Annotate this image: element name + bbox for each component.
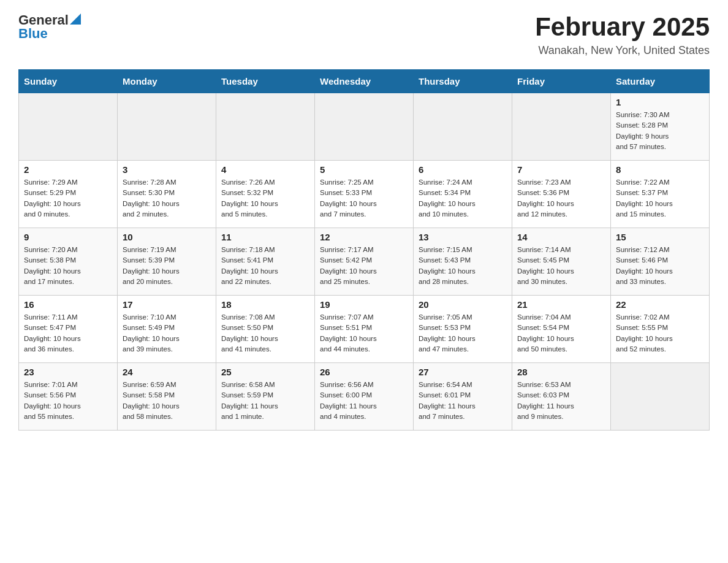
calendar-week-row: 2Sunrise: 7:29 AMSunset: 5:29 PMDaylight… (19, 161, 710, 228)
day-info: Sunrise: 7:10 AMSunset: 5:49 PMDaylight:… (123, 312, 211, 354)
day-info: Sunrise: 7:29 AMSunset: 5:29 PMDaylight:… (24, 177, 112, 220)
page-header: General Blue February 2025 Wanakah, New … (18, 12, 710, 57)
calendar-cell: 26Sunrise: 6:56 AMSunset: 6:00 PMDayligh… (315, 363, 414, 431)
day-number: 7 (517, 164, 605, 175)
title-block: February 2025 Wanakah, New York, United … (535, 12, 710, 57)
header-thursday: Thursday (414, 70, 512, 93)
header-friday: Friday (512, 70, 611, 93)
header-sunday: Sunday (19, 70, 118, 93)
day-info: Sunrise: 7:05 AMSunset: 5:53 PMDaylight:… (419, 312, 507, 354)
calendar-week-row: 23Sunrise: 7:01 AMSunset: 5:56 PMDayligh… (19, 363, 710, 431)
day-info: Sunrise: 7:14 AMSunset: 5:45 PMDaylight:… (517, 245, 605, 287)
calendar-cell: 27Sunrise: 6:54 AMSunset: 6:01 PMDayligh… (414, 363, 512, 431)
day-info: Sunrise: 7:17 AMSunset: 5:42 PMDaylight:… (320, 245, 408, 287)
calendar-cell: 11Sunrise: 7:18 AMSunset: 5:41 PMDayligh… (216, 228, 315, 296)
day-number: 20 (419, 299, 507, 310)
calendar-cell: 6Sunrise: 7:24 AMSunset: 5:34 PMDaylight… (414, 161, 512, 228)
day-info: Sunrise: 7:26 AMSunset: 5:32 PMDaylight:… (221, 177, 309, 220)
day-number: 4 (221, 164, 309, 175)
calendar-cell: 22Sunrise: 7:02 AMSunset: 5:55 PMDayligh… (611, 296, 710, 363)
header-saturday: Saturday (611, 70, 710, 93)
header-monday: Monday (118, 70, 216, 93)
svg-marker-0 (70, 13, 81, 25)
day-info: Sunrise: 7:15 AMSunset: 5:43 PMDaylight:… (419, 245, 507, 287)
day-number: 22 (616, 299, 704, 310)
day-number: 1 (616, 97, 704, 107)
day-info: Sunrise: 7:24 AMSunset: 5:34 PMDaylight:… (419, 177, 507, 220)
day-number: 8 (616, 164, 704, 175)
day-number: 14 (517, 232, 605, 242)
month-year-title: February 2025 (535, 12, 710, 42)
calendar-header-row: SundayMondayTuesdayWednesdayThursdayFrid… (19, 70, 710, 93)
calendar-cell: 16Sunrise: 7:11 AMSunset: 5:47 PMDayligh… (19, 296, 118, 363)
calendar-cell: 13Sunrise: 7:15 AMSunset: 5:43 PMDayligh… (414, 228, 512, 296)
day-info: Sunrise: 7:25 AMSunset: 5:33 PMDaylight:… (320, 177, 408, 220)
day-info: Sunrise: 7:12 AMSunset: 5:46 PMDaylight:… (616, 245, 704, 287)
day-number: 21 (517, 299, 605, 310)
day-info: Sunrise: 7:22 AMSunset: 5:37 PMDaylight:… (616, 177, 704, 220)
day-number: 3 (123, 164, 211, 175)
calendar-cell: 25Sunrise: 6:58 AMSunset: 5:59 PMDayligh… (216, 363, 315, 431)
header-tuesday: Tuesday (216, 70, 315, 93)
calendar-week-row: 1Sunrise: 7:30 AMSunset: 5:28 PMDaylight… (19, 93, 710, 161)
day-info: Sunrise: 7:30 AMSunset: 5:28 PMDaylight:… (616, 110, 704, 152)
calendar-week-row: 9Sunrise: 7:20 AMSunset: 5:38 PMDaylight… (19, 228, 710, 296)
calendar-cell (512, 93, 611, 161)
calendar-cell: 7Sunrise: 7:23 AMSunset: 5:36 PMDaylight… (512, 161, 611, 228)
calendar-cell: 1Sunrise: 7:30 AMSunset: 5:28 PMDaylight… (611, 93, 710, 161)
calendar-cell: 8Sunrise: 7:22 AMSunset: 5:37 PMDaylight… (611, 161, 710, 228)
calendar-cell (315, 93, 414, 161)
day-info: Sunrise: 7:11 AMSunset: 5:47 PMDaylight:… (24, 312, 112, 354)
day-number: 19 (320, 299, 408, 310)
calendar-cell: 4Sunrise: 7:26 AMSunset: 5:32 PMDaylight… (216, 161, 315, 228)
calendar-cell: 10Sunrise: 7:19 AMSunset: 5:39 PMDayligh… (118, 228, 216, 296)
day-info: Sunrise: 6:59 AMSunset: 5:58 PMDaylight:… (123, 380, 211, 422)
day-number: 9 (24, 232, 112, 242)
calendar-week-row: 16Sunrise: 7:11 AMSunset: 5:47 PMDayligh… (19, 296, 710, 363)
day-number: 24 (123, 367, 211, 377)
calendar-cell: 9Sunrise: 7:20 AMSunset: 5:38 PMDaylight… (19, 228, 118, 296)
logo-triangle-icon (70, 13, 81, 25)
day-info: Sunrise: 7:18 AMSunset: 5:41 PMDaylight:… (221, 245, 309, 287)
calendar-cell: 28Sunrise: 6:53 AMSunset: 6:03 PMDayligh… (512, 363, 611, 431)
calendar-cell: 23Sunrise: 7:01 AMSunset: 5:56 PMDayligh… (19, 363, 118, 431)
day-info: Sunrise: 6:53 AMSunset: 6:03 PMDaylight:… (517, 380, 605, 422)
day-number: 2 (24, 164, 112, 175)
day-number: 15 (616, 232, 704, 242)
logo-blue-text: Blue (18, 26, 48, 42)
day-info: Sunrise: 7:28 AMSunset: 5:30 PMDaylight:… (123, 177, 211, 220)
header-wednesday: Wednesday (315, 70, 414, 93)
calendar-cell: 15Sunrise: 7:12 AMSunset: 5:46 PMDayligh… (611, 228, 710, 296)
calendar-cell: 20Sunrise: 7:05 AMSunset: 5:53 PMDayligh… (414, 296, 512, 363)
day-number: 25 (221, 367, 309, 377)
day-info: Sunrise: 6:56 AMSunset: 6:00 PMDaylight:… (320, 380, 408, 422)
day-number: 16 (24, 299, 112, 310)
day-info: Sunrise: 7:20 AMSunset: 5:38 PMDaylight:… (24, 245, 112, 287)
day-number: 11 (221, 232, 309, 242)
day-info: Sunrise: 7:23 AMSunset: 5:36 PMDaylight:… (517, 177, 605, 220)
calendar-cell: 17Sunrise: 7:10 AMSunset: 5:49 PMDayligh… (118, 296, 216, 363)
day-info: Sunrise: 7:07 AMSunset: 5:51 PMDaylight:… (320, 312, 408, 354)
day-info: Sunrise: 7:19 AMSunset: 5:39 PMDaylight:… (123, 245, 211, 287)
day-number: 26 (320, 367, 408, 377)
day-number: 6 (419, 164, 507, 175)
day-number: 28 (517, 367, 605, 377)
day-number: 10 (123, 232, 211, 242)
calendar-cell: 19Sunrise: 7:07 AMSunset: 5:51 PMDayligh… (315, 296, 414, 363)
day-number: 13 (419, 232, 507, 242)
calendar-cell: 3Sunrise: 7:28 AMSunset: 5:30 PMDaylight… (118, 161, 216, 228)
calendar-cell (118, 93, 216, 161)
day-info: Sunrise: 6:54 AMSunset: 6:01 PMDaylight:… (419, 380, 507, 422)
day-info: Sunrise: 7:02 AMSunset: 5:55 PMDaylight:… (616, 312, 704, 354)
day-number: 27 (419, 367, 507, 377)
calendar-cell (19, 93, 118, 161)
calendar-cell: 2Sunrise: 7:29 AMSunset: 5:29 PMDaylight… (19, 161, 118, 228)
day-info: Sunrise: 7:01 AMSunset: 5:56 PMDaylight:… (24, 380, 112, 422)
calendar-cell: 18Sunrise: 7:08 AMSunset: 5:50 PMDayligh… (216, 296, 315, 363)
day-number: 5 (320, 164, 408, 175)
calendar-cell: 12Sunrise: 7:17 AMSunset: 5:42 PMDayligh… (315, 228, 414, 296)
location-subtitle: Wanakah, New York, United States (535, 44, 710, 57)
day-number: 18 (221, 299, 309, 310)
calendar-cell (414, 93, 512, 161)
calendar-table: SundayMondayTuesdayWednesdayThursdayFrid… (18, 69, 710, 431)
